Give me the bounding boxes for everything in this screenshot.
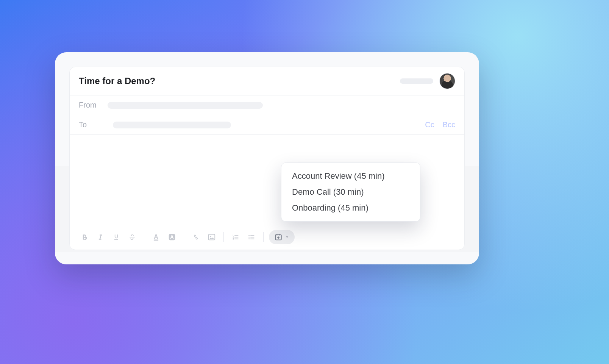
to-value-placeholder[interactable] xyxy=(113,122,231,128)
svg-rect-1 xyxy=(169,234,175,241)
svg-rect-0 xyxy=(154,239,159,241)
ordered-list-icon xyxy=(231,233,240,241)
subject-right xyxy=(400,73,455,89)
image-icon xyxy=(208,233,216,241)
svg-point-4 xyxy=(248,235,250,236)
menu-item-demo-call[interactable]: Demo Call (30 min) xyxy=(281,184,420,200)
menu-item-account-review[interactable]: Account Review (45 min) xyxy=(281,168,420,184)
toolbar-divider-4 xyxy=(263,232,264,242)
link-icon xyxy=(192,233,200,241)
compose-window: Time for a Demo? From To Cc Bcc xyxy=(55,52,479,264)
link-button[interactable] xyxy=(189,231,202,244)
to-label: To xyxy=(79,120,108,129)
calendar-plus-icon xyxy=(274,233,283,241)
bold-button[interactable] xyxy=(78,231,91,244)
insert-meeting-button[interactable] xyxy=(269,230,295,244)
highlight-button[interactable] xyxy=(166,231,178,244)
cc-bcc-container: Cc Bcc xyxy=(425,120,455,129)
highlight-icon xyxy=(168,233,176,241)
toolbar-divider-2 xyxy=(184,232,184,242)
chevron-down-icon xyxy=(285,235,289,239)
subject-text[interactable]: Time for a Demo? xyxy=(79,76,155,86)
sender-placeholder xyxy=(400,78,433,84)
compose-panel: Time for a Demo? From To Cc Bcc xyxy=(69,67,465,250)
to-row: To Cc Bcc xyxy=(70,115,464,135)
italic-icon xyxy=(97,233,104,241)
toolbar-divider-1 xyxy=(144,232,144,242)
underline-icon xyxy=(112,233,120,241)
unordered-list-icon xyxy=(247,233,256,241)
bold-icon xyxy=(81,233,88,241)
strikethrough-icon xyxy=(128,233,136,241)
toolbar-divider-3 xyxy=(223,232,224,242)
unordered-list-button[interactable] xyxy=(245,231,258,244)
from-row: From xyxy=(70,95,464,115)
editor-toolbar xyxy=(70,226,464,250)
subject-row: Time for a Demo? xyxy=(70,67,464,95)
svg-point-6 xyxy=(248,238,250,239)
bcc-link[interactable]: Bcc xyxy=(443,120,455,129)
italic-button[interactable] xyxy=(94,231,107,244)
avatar[interactable] xyxy=(439,73,455,89)
cc-link[interactable]: Cc xyxy=(425,120,434,129)
strike-button[interactable] xyxy=(126,231,139,244)
ordered-list-button[interactable] xyxy=(229,231,242,244)
text-color-icon xyxy=(152,233,160,241)
from-label: From xyxy=(79,101,108,109)
from-value-placeholder[interactable] xyxy=(108,102,263,109)
text-color-button[interactable] xyxy=(150,231,162,244)
menu-item-onboarding[interactable]: Onboarding (45 min) xyxy=(281,200,420,216)
underline-button[interactable] xyxy=(110,231,123,244)
image-button[interactable] xyxy=(205,231,218,244)
meeting-type-menu: Account Review (45 min) Demo Call (30 mi… xyxy=(281,162,420,222)
svg-point-5 xyxy=(248,237,250,238)
svg-point-3 xyxy=(210,236,211,237)
